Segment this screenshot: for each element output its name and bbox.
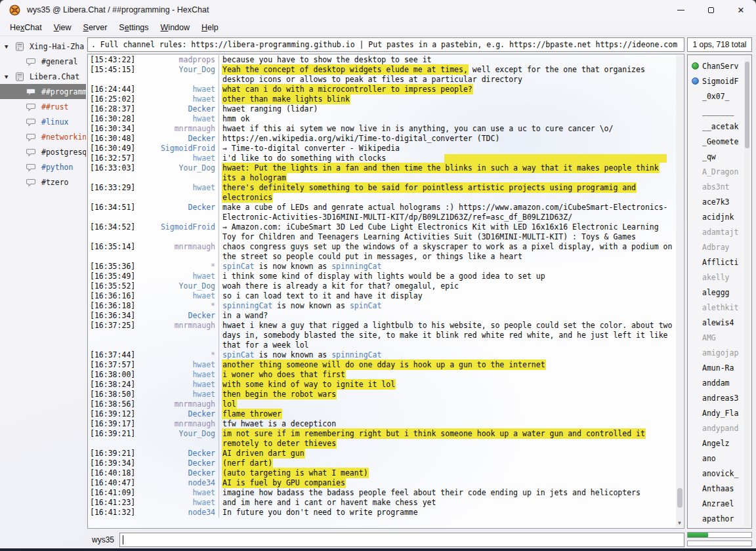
user-list-item[interactable]: andreas3 <box>692 390 751 405</box>
nick[interactable]: Your_Dog <box>136 163 219 183</box>
nick-link[interactable]: spinningCat <box>331 262 381 271</box>
tree-item-linux[interactable]: #linux <box>0 114 86 129</box>
nick[interactable]: mnrmnaugh <box>136 124 219 134</box>
nick[interactable]: mnrmnaugh <box>136 242 219 262</box>
user-list-item[interactable]: Anthaas <box>692 481 751 496</box>
user-list-item[interactable]: ace7k3 <box>692 194 751 209</box>
user-list-item[interactable]: apathor <box>692 511 751 526</box>
user-list-item[interactable]: Afflicti <box>692 255 751 270</box>
nick[interactable]: * <box>136 262 219 272</box>
user-list-item[interactable]: Anzrael <box>692 496 751 511</box>
menu-help[interactable]: Help <box>196 21 224 34</box>
user-list-item[interactable]: __acetak <box>692 119 751 134</box>
nick[interactable]: hwaet <box>136 94 219 104</box>
nick[interactable]: * <box>136 350 219 360</box>
nick[interactable]: hwaet <box>136 153 219 163</box>
nick[interactable]: mnrmnaugh <box>136 321 219 350</box>
message-input[interactable] <box>119 533 684 547</box>
menu-view[interactable]: View <box>48 21 77 34</box>
minimize-button[interactable] <box>665 0 696 20</box>
nick[interactable]: node34 <box>136 478 219 488</box>
tree-item-postgresq[interactable]: #postgresq <box>0 144 86 159</box>
userlist-scrollbar[interactable] <box>744 56 750 527</box>
tree-item-general[interactable]: #general <box>0 54 86 69</box>
user-list-item[interactable]: andypand <box>692 420 751 436</box>
nick[interactable]: hwaet <box>136 114 219 124</box>
nick[interactable]: Decker <box>136 409 219 419</box>
user-list-item[interactable]: ano <box>692 451 751 466</box>
nick[interactable]: Decker <box>136 311 219 321</box>
user-list-item[interactable]: apetresc <box>692 526 751 529</box>
user-list-item[interactable]: _qw <box>692 149 751 164</box>
user-list-item[interactable]: ChanServ <box>692 58 751 73</box>
nick[interactable]: Your_Dog <box>136 281 219 291</box>
topic-input[interactable]: . Full channel rules: https://libera-pro… <box>87 37 684 52</box>
user-list-item[interactable]: A_Dragon <box>692 164 751 179</box>
nick[interactable]: SigmoidFroid <box>136 144 219 153</box>
tree-item-networkin[interactable]: #networkin <box>0 129 86 144</box>
tree-item-libera.chat[interactable]: ▼Libera.Chat <box>0 69 86 84</box>
nick-link[interactable]: spinningCat <box>331 350 381 359</box>
user-list-item[interactable]: anovick_ <box>692 466 751 481</box>
nick[interactable]: hwaet <box>136 85 219 94</box>
menu-window[interactable]: Window <box>155 21 196 34</box>
nick-link[interactable]: spinningCat <box>222 301 272 310</box>
user-list-item[interactable]: _0x07_ <box>692 89 751 104</box>
user-list-item[interactable]: Angelz <box>692 436 751 451</box>
user-list-item[interactable]: akelly <box>692 270 751 285</box>
tree-item-tzero[interactable]: #tzero <box>0 174 86 190</box>
menu-settings[interactable]: Settings <box>113 21 154 34</box>
nick[interactable]: hwaet <box>136 488 219 498</box>
menu-hexchat[interactable]: HexChat <box>4 21 48 34</box>
user-list-item[interactable]: aleggg <box>692 285 751 300</box>
userlist-scrollbar-thumb[interactable] <box>745 62 749 148</box>
nick[interactable]: Decker <box>136 203 219 222</box>
nick[interactable]: Decker <box>136 468 219 478</box>
user-list-item[interactable]: Adbray <box>692 239 751 255</box>
close-button[interactable]: ✕ <box>726 0 756 20</box>
nick[interactable]: hwaet <box>136 360 219 370</box>
user-list-item[interactable]: adamtajt <box>692 224 751 239</box>
nick[interactable]: mnrmnaugh <box>136 399 219 409</box>
nick[interactable]: madprops <box>136 55 219 65</box>
nick[interactable]: * <box>136 301 219 311</box>
user-list-item[interactable]: AMG <box>692 330 751 345</box>
nick[interactable]: Your_Dog <box>136 429 219 449</box>
nick-link[interactable]: spinCat <box>350 301 381 310</box>
user-list-item[interactable]: Amun-Ra <box>692 360 751 375</box>
user-list-item[interactable]: _______ <box>692 104 751 119</box>
nick[interactable]: Your_Dog <box>136 65 219 85</box>
user-list-item[interactable]: abs3nt <box>692 179 751 194</box>
nick[interactable]: hwaet <box>136 291 219 301</box>
maximize-button[interactable] <box>696 0 726 20</box>
tree-item-python[interactable]: #python <box>0 159 86 174</box>
nick[interactable]: hwaet <box>136 390 219 399</box>
tree-item-xing-hai-zha[interactable]: ▼Xing-Hai-Zha <box>0 39 86 54</box>
nick[interactable]: Decker <box>136 449 219 459</box>
nick[interactable]: node34 <box>136 508 219 518</box>
user-list-item[interactable]: amigojap <box>692 345 751 360</box>
nick[interactable]: hwaet <box>136 498 219 508</box>
nick[interactable]: hwaet <box>136 370 219 380</box>
nick[interactable]: Decker <box>136 134 219 144</box>
expander-icon[interactable]: ▼ <box>5 73 14 80</box>
user-list-item[interactable]: acidjnk <box>692 209 751 224</box>
nick[interactable]: SigmoidFroid <box>136 222 219 242</box>
expander-icon[interactable]: ▼ <box>5 43 14 50</box>
nick-link[interactable]: spinCat <box>222 350 254 359</box>
user-list-item[interactable]: _Geomete <box>692 134 751 149</box>
chat-scrollbar[interactable]: ▼ <box>676 55 683 527</box>
user-list-item[interactable]: alethkit <box>692 300 751 315</box>
scroll-down-icon[interactable]: ▼ <box>677 520 682 526</box>
user-list-item[interactable]: anddam <box>692 375 751 390</box>
menu-server[interactable]: Server <box>77 21 114 34</box>
user-list-item[interactable]: Andy_Fla <box>692 405 751 420</box>
user-list-item[interactable]: SigmoidF <box>692 73 751 89</box>
nick[interactable]: hwaet <box>136 380 219 390</box>
tree-item-rust[interactable]: ##rust <box>0 99 86 114</box>
nick[interactable]: hwaet <box>136 272 219 281</box>
user-list-item[interactable]: alewis4 <box>692 315 751 330</box>
nick-link[interactable]: spinCat <box>222 262 254 271</box>
tree-item-programm[interactable]: ##programm <box>0 84 86 99</box>
nick[interactable]: mnrmnaugh <box>136 419 219 429</box>
